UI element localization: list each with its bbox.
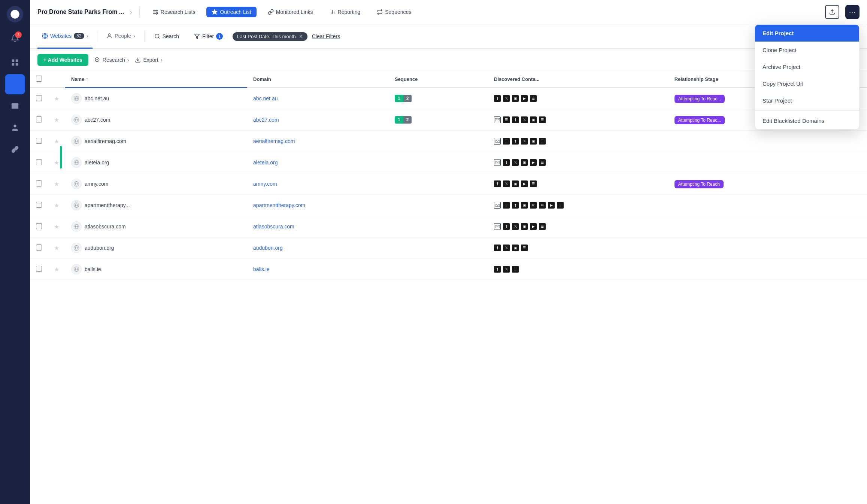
research-button[interactable]: Research › bbox=[94, 57, 129, 63]
search-button[interactable]: Search bbox=[149, 30, 184, 42]
svg-marker-20 bbox=[194, 34, 199, 39]
svg-marker-9 bbox=[157, 12, 158, 15]
row-checkbox-1[interactable] bbox=[36, 116, 42, 122]
domain-link-4[interactable]: amny.com bbox=[253, 181, 277, 187]
social-icons-8: f𝕏☰ bbox=[494, 266, 663, 273]
more-options-button[interactable]: ··· bbox=[845, 5, 860, 19]
row-checkbox-8[interactable] bbox=[36, 266, 42, 272]
domain-link-1[interactable]: abc27.com bbox=[253, 117, 279, 123]
social-icons-1: ☰f𝕏▣☰ bbox=[494, 116, 663, 123]
svg-rect-2 bbox=[16, 60, 18, 62]
row-checkbox-5[interactable] bbox=[36, 202, 42, 208]
domain-link-6[interactable]: atlasobscura.com bbox=[253, 224, 294, 230]
stage-badge-0[interactable]: Attempting To Reac... bbox=[674, 95, 725, 103]
row-checkbox-0[interactable] bbox=[36, 95, 42, 101]
site-icon-5 bbox=[71, 200, 82, 210]
dropdown-clone-project[interactable]: Clone Project bbox=[755, 42, 859, 58]
site-icon-2 bbox=[71, 136, 82, 146]
row-star-4[interactable]: ★ bbox=[54, 181, 59, 187]
table-row: ★ balls.ie balls.ie f𝕏☰ bbox=[30, 259, 867, 280]
col-header-domain[interactable]: Domain bbox=[247, 71, 389, 88]
row-star-0[interactable]: ★ bbox=[54, 95, 59, 102]
row-star-3[interactable]: ★ bbox=[54, 160, 59, 166]
sidebar-item-inbox[interactable] bbox=[5, 96, 25, 116]
left-accent-bar bbox=[60, 146, 62, 168]
sidebar-item-outreach[interactable] bbox=[5, 74, 25, 94]
dropdown-archive-project[interactable]: Archive Project bbox=[755, 58, 859, 75]
site-icon-4 bbox=[71, 179, 82, 189]
notification-badge: 3 bbox=[15, 31, 22, 38]
seq-badge-1[interactable]: 12 bbox=[395, 116, 412, 124]
notification-bell[interactable]: 3 bbox=[7, 30, 23, 46]
tab-websites[interactable]: Websites 52 › bbox=[37, 24, 93, 49]
site-name-2: aerialfiremag.com bbox=[85, 138, 126, 144]
filter-pill-last-post[interactable]: Last Post Date: This month ✕ bbox=[233, 32, 307, 41]
col-header-name[interactable]: Name ↑ bbox=[65, 71, 247, 88]
site-icon-0 bbox=[71, 93, 82, 104]
social-icons-7: f𝕏▣☰ bbox=[494, 245, 663, 251]
domain-link-0[interactable]: abc.net.au bbox=[253, 95, 278, 101]
domain-link-3[interactable]: aleteia.org bbox=[253, 160, 278, 166]
dropdown-copy-url[interactable]: Copy Project Url bbox=[755, 75, 859, 92]
row-checkbox-7[interactable] bbox=[36, 245, 42, 251]
nav-outreach-list[interactable]: Outreach List bbox=[206, 7, 256, 17]
row-checkbox-6[interactable] bbox=[36, 223, 42, 229]
svg-rect-3 bbox=[12, 63, 14, 66]
row-star-2[interactable]: ★ bbox=[54, 138, 59, 145]
filter-count: 1 bbox=[216, 33, 223, 40]
domain-link-7[interactable]: audubon.org bbox=[253, 245, 283, 251]
row-star-7[interactable]: ★ bbox=[54, 245, 59, 251]
dropdown-edit-blacklisted[interactable]: Edit Blacklisted Domains bbox=[755, 112, 859, 129]
add-websites-button[interactable]: + Add Websites bbox=[37, 54, 88, 66]
nav-research-lists[interactable]: Research Lists bbox=[147, 7, 201, 17]
row-checkbox-4[interactable] bbox=[36, 180, 42, 186]
stage-badge-4[interactable]: Attempting To Reach bbox=[674, 180, 724, 188]
dropdown-divider bbox=[755, 110, 859, 111]
top-nav: Pro Drone State Parks From ... › Researc… bbox=[30, 0, 867, 24]
col-header-checkbox bbox=[30, 71, 48, 88]
filter-button[interactable]: Filter 1 bbox=[189, 30, 228, 43]
table-row: ★ apartmenttherapy... apartmenttherapy.c… bbox=[30, 195, 867, 216]
upload-button[interactable] bbox=[825, 5, 839, 19]
sidebar-item-chart[interactable] bbox=[5, 161, 25, 181]
svg-marker-10 bbox=[212, 9, 217, 14]
table-row: ★ aerialfiremag.com aerialfiremag.com ☰f… bbox=[30, 131, 867, 152]
sidebar-item-links[interactable] bbox=[5, 139, 25, 160]
sidebar-item-dashboard[interactable] bbox=[5, 52, 25, 73]
site-name-3: aleteia.org bbox=[85, 160, 109, 166]
col-header-sequence[interactable]: Sequence bbox=[389, 71, 488, 88]
select-all-checkbox[interactable] bbox=[36, 76, 42, 82]
site-name-0: abc.net.au bbox=[85, 95, 109, 101]
social-icons-2: ☰f𝕏▣☰ bbox=[494, 138, 663, 145]
project-arrow[interactable]: › bbox=[130, 9, 132, 15]
filter-toolbar: Websites 52 › People › Search Filter 1 bbox=[30, 24, 867, 49]
row-star-5[interactable]: ★ bbox=[54, 202, 59, 209]
social-icons-3: f𝕏▣▶☰ bbox=[494, 159, 663, 166]
svg-line-19 bbox=[158, 37, 160, 39]
seq-badge-0[interactable]: 12 bbox=[395, 95, 412, 102]
tab-people[interactable]: People › bbox=[102, 24, 139, 49]
domain-link-5[interactable]: apartmenttherapy.com bbox=[253, 202, 305, 208]
tab-divider-2 bbox=[144, 31, 145, 42]
row-star-6[interactable]: ★ bbox=[54, 224, 59, 230]
row-star-1[interactable]: ★ bbox=[54, 117, 59, 123]
nav-sequences[interactable]: Sequences bbox=[372, 7, 416, 17]
sidebar-item-people[interactable] bbox=[5, 118, 25, 138]
export-button[interactable]: Export › bbox=[135, 57, 162, 63]
dropdown-star-project[interactable]: Star Project bbox=[755, 92, 859, 109]
domain-link-8[interactable]: balls.ie bbox=[253, 266, 270, 272]
nav-monitored-links[interactable]: Monitored Links bbox=[263, 7, 318, 17]
stage-badge-1[interactable]: Attempting To Reac... bbox=[674, 116, 725, 124]
nav-reporting[interactable]: Reporting bbox=[324, 7, 366, 17]
row-star-8[interactable]: ★ bbox=[54, 266, 59, 273]
row-checkbox-3[interactable] bbox=[36, 159, 42, 165]
remove-filter[interactable]: ✕ bbox=[299, 34, 303, 39]
dropdown-menu: Edit Project Clone Project Archive Proje… bbox=[755, 24, 860, 130]
dropdown-edit-project[interactable]: Edit Project bbox=[755, 25, 859, 42]
col-header-contacts[interactable]: Discovered Conta... bbox=[488, 71, 669, 88]
social-icons-5: ☰f▣PG▶☰ bbox=[494, 202, 663, 209]
row-checkbox-2[interactable] bbox=[36, 138, 42, 144]
site-icon-6 bbox=[71, 221, 82, 232]
domain-link-2[interactable]: aerialfiremag.com bbox=[253, 138, 295, 144]
clear-filters-button[interactable]: Clear Filters bbox=[312, 33, 340, 39]
